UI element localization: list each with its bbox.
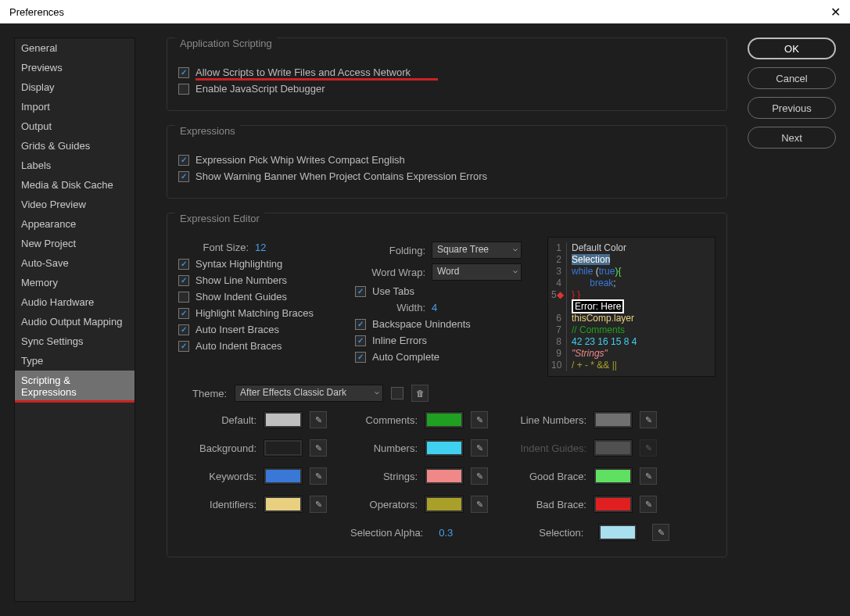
swatch-identifiers[interactable] — [264, 496, 302, 512]
sidebar-item-audio-output[interactable]: Audio Output Mapping — [15, 312, 134, 331]
label-width: Width: — [355, 302, 425, 313]
swatch-good-brace[interactable] — [594, 468, 632, 484]
label-bad-brace: Bad Brace: — [500, 499, 586, 510]
group-title: Application Scripting — [175, 38, 277, 49]
label-numbers: Numbers: — [339, 442, 418, 454]
checkbox-indent-guides[interactable] — [178, 292, 189, 303]
swatch-selection[interactable] — [599, 525, 637, 540]
sidebar-item-new-project[interactable]: New Project — [15, 234, 134, 253]
value-selection-alpha[interactable]: 0.3 — [439, 527, 453, 539]
eyedropper-icon[interactable]: ✎ — [471, 467, 488, 485]
checkbox-line-numbers[interactable] — [178, 275, 189, 286]
checkbox-auto-indent[interactable] — [178, 341, 189, 352]
checkbox-backspace[interactable] — [355, 319, 366, 330]
eyedropper-icon[interactable]: ✎ — [310, 467, 327, 485]
checkbox-inline-errors[interactable] — [355, 335, 366, 346]
previous-button[interactable]: Previous — [748, 97, 836, 119]
sidebar-item-grids[interactable]: Grids & Guides — [15, 136, 134, 156]
sidebar-item-output[interactable]: Output — [15, 116, 134, 136]
label-operators: Operators: — [339, 499, 418, 510]
value-font-size[interactable]: 12 — [255, 242, 266, 253]
checkbox-use-tabs[interactable] — [355, 286, 366, 297]
checkbox-allow-scripts[interactable] — [178, 67, 189, 78]
label-good-brace: Good Brace: — [500, 471, 586, 482]
eyedropper-icon[interactable]: ✎ — [471, 411, 488, 428]
swatch-numbers[interactable] — [425, 440, 463, 456]
eyedropper-icon[interactable]: ✎ — [471, 496, 488, 513]
sidebar-item-memory[interactable]: Memory — [15, 273, 134, 292]
label-selection: Selection: — [539, 527, 583, 539]
eyedropper-icon[interactable]: ✎ — [640, 496, 657, 513]
select-word-wrap[interactable]: Word — [432, 263, 522, 281]
checkbox-syntax[interactable] — [178, 259, 189, 270]
label-auto-complete: Auto Complete — [372, 351, 439, 363]
eyedropper-icon[interactable]: ✎ — [310, 496, 327, 513]
close-icon[interactable]: ✕ — [830, 5, 841, 20]
group-title: Expressions — [175, 125, 240, 137]
sidebar-item-labels[interactable]: Labels — [15, 156, 134, 175]
sidebar-item-general[interactable]: General — [15, 38, 134, 58]
sidebar-item-display[interactable]: Display — [15, 77, 134, 97]
label-line-numbers: Line Numbers: — [500, 414, 586, 426]
code-preview: 12345◆ 678910 Default Color Selection wh… — [547, 237, 716, 377]
sidebar-item-import[interactable]: Import — [15, 97, 134, 116]
label-identifiers: Identifiers: — [170, 499, 256, 510]
label-auto-insert: Auto Insert Braces — [195, 324, 279, 335]
swatch-strings[interactable] — [425, 468, 463, 484]
cancel-button[interactable]: Cancel — [748, 67, 836, 89]
sidebar-item-appearance[interactable]: Appearance — [15, 214, 134, 234]
sidebar-item-sync[interactable]: Sync Settings — [15, 331, 134, 351]
eyedropper-icon[interactable]: ✎ — [471, 439, 488, 457]
sidebar-item-scripting[interactable]: Scripting & Expressions — [15, 371, 134, 402]
sidebar-item-previews[interactable]: Previews — [15, 58, 134, 77]
sidebar-item-auto-save[interactable]: Auto-Save — [15, 253, 134, 273]
ok-button[interactable]: OK — [748, 38, 836, 59]
next-button[interactable]: Next — [748, 127, 836, 149]
checkbox-auto-insert[interactable] — [178, 324, 189, 335]
eyedropper-icon[interactable]: ✎ — [652, 524, 669, 541]
window-title: Preferences — [9, 6, 830, 18]
label-line-numbers: Show Line Numbers — [195, 274, 287, 286]
label-theme: Theme: — [192, 388, 227, 399]
label-allow-scripts: Allow Scripts to Write Files and Access … — [195, 66, 411, 78]
swatch-operators[interactable] — [425, 496, 463, 512]
label-indent-guides: Indent Guides: — [500, 442, 586, 454]
label-default: Default: — [170, 414, 256, 426]
swatch-indent-guides — [594, 440, 632, 456]
select-folding[interactable]: Square Tree — [432, 242, 522, 259]
label-strings: Strings: — [339, 471, 418, 482]
save-theme-icon[interactable] — [391, 387, 403, 399]
label-inline-errors: Inline Errors — [372, 335, 427, 346]
checkbox-pick-whip[interactable] — [178, 155, 189, 166]
label-comments: Comments: — [339, 414, 418, 426]
eyedropper-icon[interactable]: ✎ — [640, 467, 657, 485]
eyedropper-icon[interactable]: ✎ — [640, 411, 657, 428]
swatch-keywords[interactable] — [264, 468, 302, 484]
checkbox-warning-banner[interactable] — [178, 171, 189, 182]
value-width[interactable]: 4 — [432, 302, 437, 313]
eyedropper-icon[interactable]: ✎ — [310, 439, 327, 457]
eyedropper-icon: ✎ — [640, 439, 657, 457]
swatch-default[interactable] — [264, 412, 302, 428]
group-application-scripting: Application Scripting Allow Scripts to W… — [167, 38, 727, 111]
sidebar-item-audio-hardware[interactable]: Audio Hardware — [15, 292, 134, 312]
sidebar-item-media-disk[interactable]: Media & Disk Cache — [15, 175, 134, 195]
label-selection-alpha: Selection Alpha: — [350, 527, 423, 539]
checkbox-match-braces[interactable] — [178, 308, 189, 319]
eyedropper-icon[interactable]: ✎ — [310, 411, 327, 428]
trash-icon[interactable]: 🗑 — [411, 385, 429, 402]
swatch-bad-brace[interactable] — [594, 496, 632, 512]
label-warning-banner: Show Warning Banner When Project Contain… — [195, 170, 487, 182]
swatch-comments[interactable] — [425, 412, 463, 428]
checkbox-auto-complete[interactable] — [355, 352, 366, 363]
swatch-line-numbers[interactable] — [594, 412, 632, 428]
label-background: Background: — [170, 442, 256, 454]
label-backspace: Backspace Unindents — [372, 318, 471, 330]
label-match-braces: Highlight Matching Braces — [195, 307, 314, 319]
label-use-tabs: Use Tabs — [372, 285, 414, 297]
swatch-background[interactable] — [264, 440, 302, 456]
checkbox-enable-debugger[interactable] — [178, 84, 189, 95]
select-theme[interactable]: After Effects Classic Dark — [235, 385, 383, 402]
sidebar-item-type[interactable]: Type — [15, 351, 134, 371]
sidebar-item-video-preview[interactable]: Video Preview — [15, 195, 134, 214]
